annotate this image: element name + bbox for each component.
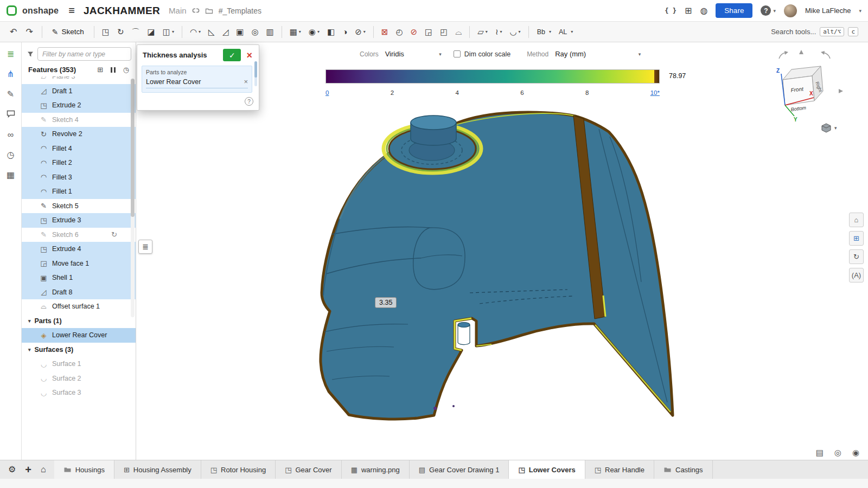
scale-tick[interactable]: 6 [520,89,524,96]
onshape-logo-icon[interactable] [7,5,17,16]
scale-tick[interactable]: 0 [326,89,329,96]
view-cube[interactable]: Front Right Bottom Z X Y [760,48,868,129]
appearance-icon[interactable]: (A) [849,268,864,282]
user-menu-chevron-icon[interactable]: ▾ [859,8,861,14]
regen-time-icon[interactable]: ◷ [123,66,129,74]
versions-icon[interactable]: ⋔ [7,70,14,79]
sketch-button[interactable]: ✎ Sketch [47,25,90,38]
mirror-icon[interactable]: ◧▾ [324,25,338,38]
dialog-scrollbar[interactable] [254,61,257,86]
selected-part-chip[interactable]: Lower Rear Cover × [146,78,248,88]
featurescript-icon[interactable]: ✎ [7,90,14,99]
feature-row[interactable]: ◿ Draft 1 [22,84,136,99]
chevron-down-icon[interactable]: ▾ [172,29,174,34]
chevron-down-icon[interactable]: ▾ [199,29,201,34]
linear-pattern-icon[interactable]: ▦▾ [286,25,304,38]
feature-row[interactable]: ◿ Draft 8 [22,285,136,300]
replace-face-icon[interactable]: ◰▾ [437,25,451,38]
fillet-icon[interactable]: ◠▾ [187,25,204,38]
comments-icon[interactable] [7,110,15,119]
history-icon[interactable]: ◷ [7,151,15,159]
mass-properties-icon[interactable]: ◉ [852,448,859,458]
feature-list-flyout-button[interactable]: ≣ [138,240,152,254]
delete-part-icon[interactable]: ⊠▾ [378,25,392,38]
scale-tick[interactable]: 4 [455,89,458,96]
redo-button[interactable]: ↷ [21,27,37,37]
plane-icon[interactable]: ▱▾ [474,25,491,38]
tab-warning-png[interactable]: ▦ warning.png [342,460,410,479]
dim-color-scale-checkbox[interactable] [454,50,461,57]
surface-row[interactable]: ◡ Surface 3 [22,386,136,400]
chevron-down-icon[interactable]: ▾ [549,29,551,34]
scale-tick[interactable]: 10* [650,89,660,96]
feature-row[interactable]: ◳ Extrude 4 [22,242,136,256]
boolean-icon[interactable]: ◑▾ [339,25,350,38]
rib-icon[interactable]: ▥▾ [263,25,277,38]
feature-row[interactable]: ◳ Extrude 2 [22,98,136,113]
feature-row[interactable]: ✎ Sketch 5 [22,199,136,214]
feature-row[interactable]: ▱ Plane 3 [22,76,136,84]
remove-chip-icon[interactable]: × [244,78,248,86]
chevron-down-icon[interactable]: ▾ [500,29,502,34]
extrude-icon[interactable]: ◳▾ [99,25,113,38]
chevron-down-icon[interactable]: ▾ [363,29,366,34]
loft-icon[interactable]: ◪▾ [144,25,158,38]
feature-row[interactable]: ✎ Sketch 6 ↻ [22,228,136,242]
filter-input[interactable] [37,47,131,61]
sweep-icon[interactable]: ⌒▾ [129,25,143,38]
view-options-menu[interactable]: ▾ [821,123,837,133]
part-row[interactable]: ◈ Lower Rear Cover [22,328,136,343]
main-menu-icon[interactable]: ≡ [68,4,75,17]
chevron-down-icon[interactable]: ▾ [571,29,573,34]
feature-list-scrollbar[interactable] [131,79,135,317]
measure-icon[interactable]: ◎ [834,448,841,458]
chevron-down-icon[interactable]: ▾ [486,29,488,34]
user-name[interactable]: Mike LaFleche [805,7,851,15]
feature-row[interactable]: ✎ Sketch 4 [22,113,136,127]
manage-tabs-gear-icon[interactable]: ⚙ [8,465,16,474]
parts-to-analyze-field[interactable]: Parts to analyze Lower Rear Cover × [142,66,252,93]
feature-row[interactable]: ◳ Extrude 3 [22,213,136,228]
chevron-down-icon[interactable]: ▾ [519,29,521,34]
feature-row[interactable]: ◠ Fillet 4 [22,142,136,156]
follow-mode-icon[interactable]: ∞ [8,131,14,139]
curve-icon[interactable]: ≀▾ [492,25,506,38]
surface-row[interactable]: ◡ Surface 2 [22,371,136,386]
annotation-tool[interactable]: AL▾ [555,27,577,37]
confirm-button[interactable]: ✓ [223,49,241,61]
filter-icon[interactable] [27,51,34,57]
add-tab-button[interactable]: + [25,464,31,475]
tab-housing-assembly[interactable]: ⊞ Housing Assembly [114,460,201,479]
undo-button[interactable]: ↶ [5,27,21,37]
tab-gear-cover[interactable]: ◳ Gear Cover [276,460,342,479]
feature-row[interactable]: ↻ Revolve 2 [22,127,136,142]
avatar[interactable] [784,4,797,17]
tab-gear-cover-drawing-1[interactable]: ▤ Gear Cover Drawing 1 [410,460,509,479]
hole-icon[interactable]: ◎▾ [248,25,261,38]
app-store-icon[interactable]: ⊞ [685,5,692,16]
status-icon[interactable]: ◍ [700,5,707,16]
scale-tick[interactable]: 8 [585,89,589,96]
feature-row[interactable]: ▣ Shell 1 [22,271,136,285]
parts-section-header[interactable]: ▾ Parts (1) [22,314,136,329]
chevron-down-icon[interactable]: ▾ [317,29,320,34]
tab-castings[interactable]: Castings [654,460,713,479]
view-rotate-icon[interactable]: ↻ [849,249,864,264]
chevron-down-icon[interactable]: ▾ [299,29,301,34]
surface-icon[interactable]: ◡▾ [507,25,524,38]
colors-dropdown[interactable]: Viridis ▾ [385,50,442,58]
help-menu[interactable]: ? ▾ [761,5,776,16]
draft-icon[interactable]: ◿▾ [219,25,232,38]
custom-tables-icon[interactable]: ▦ [7,171,15,179]
tab-lower-covers[interactable]: ◳ Lower Covers [509,460,585,479]
offset-surface-icon[interactable]: ⌓▾ [452,25,465,38]
surfaces-section-header[interactable]: ▾ Surfaces (3) [22,343,136,357]
feature-row[interactable]: ◠ Fillet 2 [22,156,136,170]
chamfer-icon[interactable]: ◺▾ [205,25,218,38]
tab-housings[interactable]: Housings [54,460,114,479]
scale-tick[interactable]: 2 [391,89,394,96]
sheet-metal-tool[interactable]: Bb▾ [533,27,555,37]
dialog-help-icon[interactable]: ? [245,97,253,106]
feature-row[interactable]: ◠ Fillet 3 [22,170,136,185]
split-icon[interactable]: ⊘▾ [352,25,369,38]
